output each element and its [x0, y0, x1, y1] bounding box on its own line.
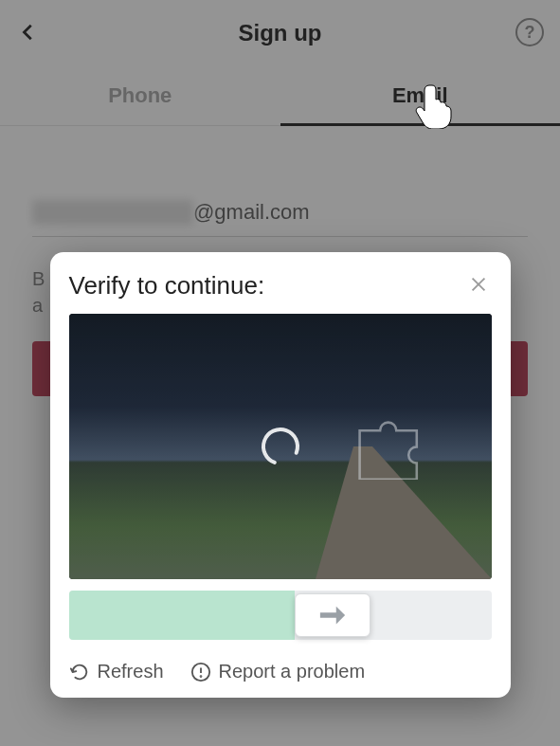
modal-actions: Refresh Report a problem	[69, 661, 492, 682]
arrow-right-icon	[318, 604, 347, 627]
report-label: Report a problem	[219, 661, 366, 682]
loading-spinner-icon	[260, 426, 301, 467]
close-button[interactable]	[465, 271, 492, 298]
refresh-label: Refresh	[98, 661, 164, 682]
close-icon	[468, 274, 489, 295]
modal-header: Verify to continue:	[69, 271, 492, 300]
puzzle-piece-icon	[352, 414, 433, 481]
captcha-image	[69, 314, 492, 579]
modal-title: Verify to continue:	[69, 271, 265, 300]
alert-icon	[190, 662, 211, 682]
report-button[interactable]: Report a problem	[190, 661, 366, 682]
refresh-icon	[69, 662, 90, 682]
overlay-layer: Verify to continue:	[0, 0, 560, 746]
svg-point-3	[260, 426, 301, 467]
svg-point-6	[200, 676, 201, 677]
refresh-button[interactable]: Refresh	[69, 661, 164, 682]
captcha-slider-track[interactable]	[69, 591, 492, 640]
slider-handle[interactable]	[295, 593, 370, 637]
slider-progress	[69, 591, 295, 640]
captcha-modal: Verify to continue:	[50, 252, 511, 698]
signup-screen: Sign up ? Phone Email @gmail.com B a Ver…	[0, 0, 560, 746]
